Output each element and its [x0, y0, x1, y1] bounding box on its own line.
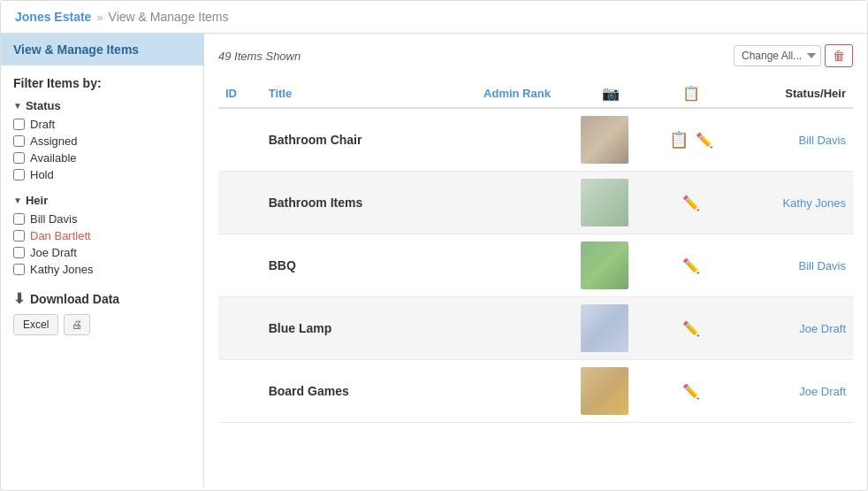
table-row: Bathroom Chair 📋 ✏️ Bill Davis — [218, 108, 853, 172]
label-assigned[interactable]: Assigned — [30, 134, 77, 148]
label-joe-draft[interactable]: Joe Draft — [30, 246, 77, 259]
breadcrumb-bar: Jones Estate » View & Manage Items — [1, 1, 867, 34]
filter-section-heir: ▼ Heir Bill Davis Dan Bartlett Joe Draft — [13, 194, 191, 276]
items-table: ID Title Admin Rank 📷 📋 Status/Heir — [218, 80, 853, 423]
cell-heir: Kathy Jones — [735, 172, 853, 234]
col-header-title: Title — [262, 80, 476, 108]
checkbox-draft[interactable] — [13, 119, 25, 130]
chevron-down-icon: ▼ — [13, 101, 22, 111]
main-container: Jones Estate » View & Manage Items View … — [0, 0, 868, 491]
filter-section-status: ▼ Status Draft Assigned Available — [13, 99, 191, 181]
cell-actions: ✏️ — [649, 360, 735, 423]
cell-heir: Joe Draft — [735, 297, 853, 360]
cell-heir: Bill Davis — [735, 108, 853, 172]
download-section: ⬇ Download Data Excel 🖨 — [13, 290, 191, 335]
cell-id — [218, 360, 262, 423]
print-button[interactable]: 🖨 — [64, 314, 90, 335]
cell-admin-rank — [476, 297, 574, 360]
cell-admin-rank — [476, 108, 574, 172]
cell-thumbnail — [574, 360, 649, 423]
cell-id — [218, 234, 262, 297]
label-kathy-jones[interactable]: Kathy Jones — [30, 263, 94, 276]
clipboard-action-icon[interactable]: 📋 — [669, 130, 689, 150]
cell-admin-rank — [476, 360, 574, 423]
action-icons: ✏️ — [656, 383, 727, 400]
camera-icon: 📷 — [602, 86, 620, 101]
download-label: Download Data — [30, 292, 119, 306]
cell-actions: ✏️ — [649, 234, 735, 297]
filter-heading: Filter Items by: — [13, 76, 191, 90]
item-title: Board Games — [269, 384, 349, 398]
label-hold[interactable]: Hold — [30, 168, 54, 181]
filter-item-bill-davis: Bill Davis — [13, 212, 191, 226]
filter-item-kathy-jones: Kathy Jones — [13, 263, 191, 276]
checkbox-dan-bartlett[interactable] — [13, 230, 25, 242]
label-dan-bartlett[interactable]: Dan Bartlett — [30, 229, 91, 242]
cell-title: Bathroom Chair — [262, 108, 476, 172]
item-title: BBQ — [269, 258, 296, 272]
label-available[interactable]: Available — [30, 151, 77, 165]
clipboard-icon: 📋 — [682, 86, 700, 101]
edit-icon[interactable]: ✏️ — [682, 257, 700, 274]
table-body: Bathroom Chair 📋 ✏️ Bill Davis — [218, 108, 853, 423]
excel-button[interactable]: Excel — [13, 314, 58, 335]
cell-actions: ✏️ — [649, 297, 735, 360]
sidebar: View & Manage Items Filter Items by: ▼ S… — [1, 34, 204, 487]
edit-icon[interactable]: ✏️ — [682, 383, 700, 400]
change-all-wrapper: Change All... 🗑 — [734, 44, 853, 67]
item-title: Bathroom Items — [269, 196, 363, 210]
table-row: Bathroom Items ✏️ Kathy Jones — [218, 172, 853, 234]
cell-title: Blue Lamp — [262, 297, 476, 360]
item-thumbnail — [581, 367, 628, 415]
printer-icon: 🖨 — [72, 318, 82, 331]
checkbox-bill-davis[interactable] — [13, 213, 25, 225]
filter-item-joe-draft: Joe Draft — [13, 246, 191, 259]
item-title: Bathroom Chair — [269, 133, 362, 147]
chevron-down-icon-heir: ▼ — [13, 196, 22, 205]
checkbox-joe-draft[interactable] — [13, 247, 25, 258]
checkbox-hold[interactable] — [13, 169, 25, 180]
label-bill-davis[interactable]: Bill Davis — [30, 212, 77, 226]
cell-heir: Joe Draft — [735, 360, 853, 423]
cell-thumbnail — [574, 297, 649, 360]
cell-id — [218, 297, 262, 360]
delete-all-button[interactable]: 🗑 — [825, 44, 853, 67]
col-header-status-heir: Status/Heir — [735, 80, 853, 108]
download-buttons: Excel 🖨 — [13, 314, 191, 335]
filter-item-available: Available — [13, 151, 191, 165]
filter-item-hold: Hold — [13, 168, 191, 181]
cell-heir: Bill Davis — [735, 234, 853, 297]
checkbox-assigned[interactable] — [13, 135, 25, 147]
cell-thumbnail — [574, 108, 649, 172]
main-layout: View & Manage Items Filter Items by: ▼ S… — [1, 34, 867, 487]
filter-status-header[interactable]: ▼ Status — [13, 99, 191, 112]
change-all-select[interactable]: Change All... — [734, 45, 821, 66]
item-thumbnail — [581, 304, 628, 352]
sidebar-nav-title: View & Manage Items — [1, 34, 203, 65]
filter-heir-header[interactable]: ▼ Heir — [13, 194, 191, 207]
cell-id — [218, 172, 262, 234]
cell-title: Bathroom Items — [262, 172, 476, 234]
item-title: Blue Lamp — [269, 321, 332, 335]
cell-actions: ✏️ — [649, 172, 735, 234]
cell-actions: 📋 ✏️ — [649, 108, 735, 172]
cell-thumbnail — [574, 234, 649, 297]
item-thumbnail — [581, 242, 628, 289]
checkbox-available[interactable] — [13, 152, 25, 164]
label-draft[interactable]: Draft — [30, 118, 55, 131]
checkbox-kathy-jones[interactable] — [13, 264, 25, 275]
edit-icon[interactable]: ✏️ — [682, 320, 700, 337]
table-header-row: ID Title Admin Rank 📷 📋 Status/Heir — [218, 80, 853, 108]
breadcrumb-estate-link[interactable]: Jones Estate — [15, 10, 91, 24]
item-thumbnail — [581, 116, 628, 164]
edit-icon[interactable]: ✏️ — [696, 132, 713, 149]
col-header-admin-rank: Admin Rank — [476, 80, 574, 108]
cell-title: BBQ — [262, 234, 476, 297]
edit-icon[interactable]: ✏️ — [682, 195, 700, 211]
col-header-id: ID — [218, 80, 262, 108]
action-icons: ✏️ — [656, 195, 727, 211]
action-icons: ✏️ — [656, 320, 727, 337]
table-row: Blue Lamp ✏️ Joe Draft — [218, 297, 853, 360]
items-shown-text: 49 Items Shown — [218, 50, 301, 63]
filter-item-dan-bartlett: Dan Bartlett — [13, 229, 191, 242]
